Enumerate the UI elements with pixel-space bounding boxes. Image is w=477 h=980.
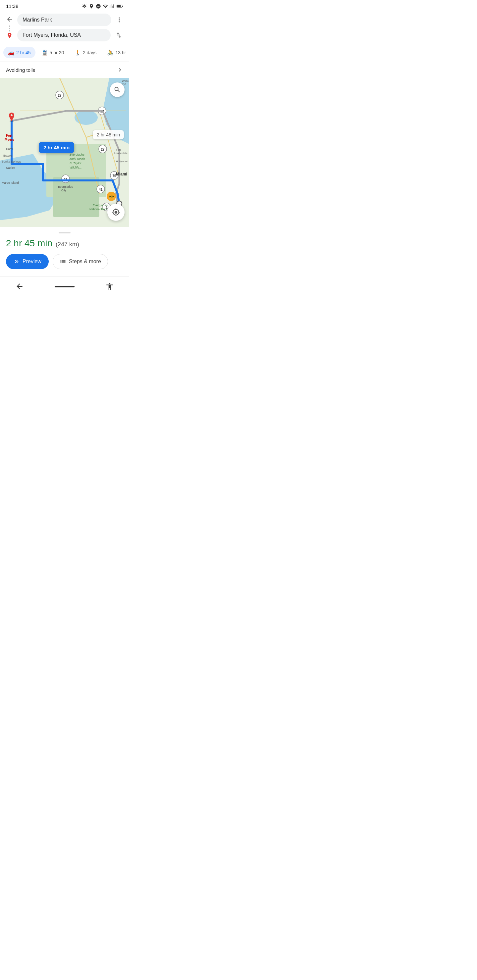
transit-icon: 🚆: [41, 49, 48, 56]
svg-text:Estero: Estero: [3, 154, 12, 157]
svg-text:Myers: Myers: [5, 138, 14, 142]
tab-bike[interactable]: 🚴 13 hr: [102, 47, 129, 58]
status-icons: [82, 4, 123, 9]
wifi-icon: [103, 4, 108, 9]
route-distance: (247 km): [56, 241, 79, 248]
origin-row: [17, 14, 124, 26]
svg-text:Fort: Fort: [6, 134, 13, 137]
svg-rect-12: [53, 177, 99, 217]
back-arrow-icon: [6, 16, 13, 23]
steps-icon: [60, 258, 66, 265]
status-bar: 11:38: [0, 0, 129, 11]
svg-point-5: [119, 21, 120, 22]
svg-text:National Park: National Park: [89, 208, 108, 211]
nav-back-button[interactable]: [13, 280, 26, 293]
dnd-icon: [96, 4, 101, 9]
svg-text:Lauderdale: Lauderdale: [114, 152, 128, 154]
search-inputs: [17, 14, 124, 41]
secondary-route-callout: 2 hr 48 min: [93, 130, 124, 139]
svg-rect-2: [117, 5, 121, 7]
svg-text:27: 27: [101, 148, 105, 151]
svg-rect-1: [122, 6, 123, 7]
home-indicator[interactable]: [55, 286, 75, 287]
route-summary: 2 hr 45 min (247 km): [6, 238, 123, 249]
accessibility-icon: [105, 282, 114, 291]
search-area: [0, 11, 129, 45]
location-icon: [89, 4, 94, 9]
svg-text:Everglades: Everglades: [70, 153, 85, 156]
tab-bike-label: 13 hr: [115, 50, 126, 55]
bottom-nav: [0, 277, 129, 298]
steps-more-button[interactable]: Steps & more: [53, 254, 108, 269]
tab-transit-label: 5 hr 20: [50, 50, 64, 55]
svg-text:27: 27: [57, 94, 62, 97]
svg-text:🚧: 🚧: [108, 194, 114, 199]
svg-point-10: [75, 110, 98, 125]
more-options-button[interactable]: [114, 14, 124, 25]
preview-label: Preview: [22, 259, 41, 264]
tab-transit[interactable]: 🚆 5 hr 20: [37, 47, 69, 58]
my-location-button[interactable]: [107, 204, 124, 221]
svg-text:City: City: [61, 189, 67, 192]
bottom-panel: 2 hr 45 min (247 km) Preview Steps & mor…: [0, 227, 129, 277]
route-connector: [9, 25, 10, 32]
drag-handle: [59, 232, 70, 234]
tab-drive-label: 2 hr 45: [16, 50, 31, 55]
map-area: 27 98 27 75 41 41 1 🚧: [0, 78, 129, 227]
alarm-icon: [82, 4, 87, 9]
svg-point-3: [119, 18, 120, 19]
svg-text:S. Taylor: S. Taylor: [70, 162, 81, 165]
back-button[interactable]: [5, 14, 14, 24]
destination-pin-left-icon: [7, 33, 12, 40]
tab-walk[interactable]: 🚶 2 days: [70, 47, 101, 58]
accessibility-button[interactable]: [103, 280, 116, 293]
search-icon: [113, 86, 121, 93]
signal-icon: [110, 4, 115, 9]
destination-row: [17, 29, 124, 41]
battery-icon: [116, 4, 123, 9]
more-vertical-icon: [116, 17, 123, 23]
svg-text:Naples: Naples: [6, 166, 16, 170]
preview-button[interactable]: Preview: [6, 254, 49, 269]
steps-label: Steps & more: [69, 259, 101, 264]
swap-icon: [115, 32, 123, 39]
svg-text:Everglades: Everglades: [58, 185, 73, 188]
svg-text:41: 41: [99, 188, 103, 191]
origin-input[interactable]: [17, 14, 111, 26]
svg-text:Hollywood: Hollywood: [116, 160, 128, 163]
svg-text:Marco Island: Marco Island: [2, 181, 19, 185]
svg-text:Miami: Miami: [116, 172, 127, 177]
drive-icon: 🚗: [8, 49, 14, 56]
svg-text:Be...: Be...: [122, 83, 129, 86]
map-search-button[interactable]: [110, 83, 124, 97]
tab-drive[interactable]: 🚗 2 hr 45: [3, 47, 35, 58]
preview-icon: [13, 258, 20, 265]
avoiding-tolls-bar[interactable]: Avoiding tolls: [0, 62, 129, 78]
avoiding-tolls-label: Avoiding tolls: [6, 67, 35, 73]
svg-text:Coral: Coral: [6, 147, 13, 151]
tab-walk-label: 2 days: [83, 50, 96, 55]
status-time: 11:38: [6, 3, 19, 9]
destination-input[interactable]: [17, 29, 111, 41]
bike-icon: 🚴: [107, 49, 113, 56]
swap-directions-button[interactable]: [113, 29, 124, 41]
transport-tabs: 🚗 2 hr 45 🚆 5 hr 20 🚶 2 days 🚴 13 hr: [0, 45, 129, 62]
my-location-icon: [112, 208, 120, 216]
svg-text:West: West: [122, 79, 129, 83]
svg-text:Everglades: Everglades: [93, 204, 108, 207]
svg-text:Bonita Springs: Bonita Springs: [2, 160, 21, 163]
svg-text:and Francis: and Francis: [70, 157, 85, 161]
svg-text:Fort: Fort: [116, 148, 121, 151]
route-time: 2 hr 45 min: [6, 238, 52, 249]
svg-point-4: [119, 19, 120, 20]
nav-back-icon: [15, 282, 24, 291]
chevron-right-icon: [116, 67, 123, 73]
svg-text:Wildlife...: Wildlife...: [70, 166, 81, 169]
action-buttons: Preview Steps & more: [6, 254, 123, 269]
walk-icon: 🚶: [75, 49, 81, 56]
primary-route-callout: 2 hr 45 min: [39, 142, 74, 153]
